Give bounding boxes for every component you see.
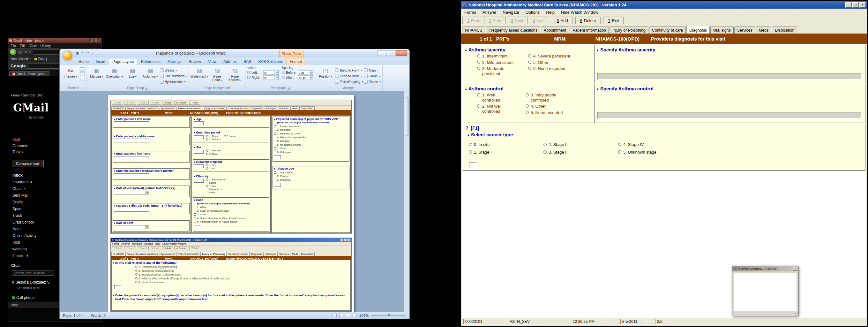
ribbon-button[interactable]: Size bbox=[124, 66, 142, 79]
zoom-level[interactable]: 104% bbox=[359, 314, 369, 318]
minimize-button[interactable]: _ bbox=[88, 39, 92, 42]
print-layout-view-icon[interactable] bbox=[333, 314, 337, 317]
back-button[interactable] bbox=[10, 49, 16, 55]
menu-item[interactable]: History bbox=[40, 44, 51, 48]
office-button[interactable] bbox=[62, 50, 73, 61]
reload-icon[interactable] bbox=[24, 50, 27, 54]
theme-fonts-icon[interactable] bbox=[80, 72, 85, 76]
maximize-button[interactable]: ▢ bbox=[387, 51, 396, 56]
ribbon-tab[interactable]: Mailings bbox=[164, 58, 185, 65]
vertical-scrollbar[interactable] bbox=[404, 91, 409, 312]
ribbon-button[interactable]: Align bbox=[364, 68, 381, 73]
close-icon[interactable] bbox=[793, 267, 797, 271]
radio-option[interactable]: 2. Not well controlled bbox=[477, 104, 513, 114]
tab[interactable]: vital signs bbox=[710, 27, 734, 33]
maximize-button[interactable]: □ bbox=[92, 39, 96, 42]
chat-search-input[interactable] bbox=[12, 270, 54, 275]
menu-item[interactable]: Options bbox=[526, 10, 540, 15]
minimize-button[interactable] bbox=[845, 2, 852, 8]
word-count[interactable]: Words: 0 bbox=[91, 314, 105, 318]
web-layout-view-icon[interactable] bbox=[346, 314, 350, 317]
tab[interactable]: Services bbox=[734, 27, 755, 33]
ribbon-button[interactable]: Group bbox=[364, 73, 381, 79]
radio-option[interactable]: 3. Stage III bbox=[544, 150, 618, 155]
close-button[interactable]: × bbox=[96, 39, 100, 42]
indent-left-input[interactable]: 0" bbox=[263, 70, 275, 75]
ribbon-tab[interactable]: Format bbox=[286, 58, 305, 65]
word-titlebar[interactable]: snapshots of opd.docx - Microsoft Word P… bbox=[60, 49, 409, 58]
tab-gmail[interactable]: Gmail - Inbox - jess... bbox=[9, 71, 50, 76]
ribbon-button[interactable]: Columns bbox=[142, 66, 159, 79]
tab[interactable]: Injury or Poisoning bbox=[610, 27, 648, 33]
cancer-type-input[interactable] bbox=[469, 162, 477, 169]
ribbon-button[interactable]: Text Wrapping bbox=[335, 79, 363, 84]
specify-severity-input[interactable] bbox=[597, 73, 862, 80]
menu-item[interactable]: File bbox=[10, 44, 16, 48]
ribbon-tab[interactable]: References bbox=[137, 58, 164, 65]
watch-titlebar[interactable]: DEP Watch Window - 00020101 bbox=[733, 266, 798, 271]
dialog-launcher-icon[interactable] bbox=[287, 87, 290, 90]
draft-view-icon[interactable] bbox=[352, 314, 357, 317]
nav-mail[interactable]: Mail bbox=[12, 138, 28, 144]
radio-option[interactable]: 4. Other bbox=[526, 104, 563, 109]
home-icon[interactable] bbox=[29, 50, 31, 54]
zoom-slider[interactable] bbox=[371, 315, 406, 316]
qat-dropdown-icon[interactable] bbox=[92, 51, 93, 55]
tab[interactable]: NHAMCS bbox=[462, 27, 485, 33]
ribbon-tab[interactable]: Home bbox=[75, 58, 92, 65]
specify-control-input[interactable] bbox=[597, 112, 862, 119]
watch-list[interactable] bbox=[734, 273, 797, 311]
chat-user[interactable]: Jessica Gonzalez S bbox=[12, 280, 50, 285]
ribbon-tab[interactable]: Review bbox=[185, 58, 205, 65]
spinner[interactable] bbox=[276, 70, 279, 75]
ribbon-tab[interactable]: View bbox=[205, 58, 220, 65]
set-status-link[interactable]: Set status here bbox=[16, 286, 40, 290]
toolbar-button[interactable]: 5Add bbox=[552, 17, 572, 24]
ribbon-button[interactable]: Watermark bbox=[190, 66, 208, 83]
ribbon-tab[interactable]: Insert bbox=[92, 58, 109, 65]
spinner[interactable] bbox=[310, 76, 313, 80]
fullscreen-view-icon[interactable] bbox=[339, 314, 343, 317]
ribbon-button[interactable]: Page Borders bbox=[226, 66, 244, 83]
tab[interactable]: Appointment bbox=[541, 27, 569, 33]
dialog-launcher-icon[interactable] bbox=[145, 87, 148, 90]
most-visited-button[interactable]: Most Visited bbox=[10, 57, 31, 61]
indent-right-input[interactable]: 0" bbox=[263, 76, 275, 80]
theme-effects-icon[interactable] bbox=[80, 77, 85, 81]
forward-button[interactable] bbox=[18, 50, 23, 55]
compose-mail-button[interactable]: Compose mail bbox=[12, 160, 44, 167]
bookmark-item[interactable]: Zoku | bbox=[34, 57, 47, 61]
tab[interactable]: Continuity of care bbox=[649, 27, 686, 33]
save-icon[interactable] bbox=[75, 51, 79, 55]
document-area[interactable]: 1 First2 Prev3 Next4 Last5 Add6 Delete7 … bbox=[60, 91, 409, 312]
ribbon-button[interactable]: Page Color bbox=[208, 66, 226, 83]
tab[interactable]: Disposition bbox=[772, 27, 797, 33]
menu-item[interactable]: View bbox=[29, 44, 37, 48]
menu-item[interactable]: Navigate bbox=[503, 10, 519, 15]
ribbon-button[interactable]: Margins bbox=[88, 66, 105, 79]
minimize-button[interactable]: — bbox=[377, 51, 386, 56]
radio-option[interactable]: 0. In situ bbox=[469, 142, 544, 147]
ribbon-button[interactable]: Bring to Front bbox=[335, 68, 363, 73]
ribbon-button[interactable]: Hyphenation bbox=[160, 79, 187, 84]
radio-option[interactable]: 1. Stage I bbox=[469, 150, 544, 155]
spinner[interactable] bbox=[310, 70, 313, 75]
ribbon-button[interactable]: Rotate bbox=[364, 79, 381, 84]
menu-item[interactable]: Forms bbox=[464, 10, 476, 15]
spacing-after-input[interactable]: 10 pt bbox=[298, 76, 309, 80]
tab[interactable]: Meds bbox=[756, 27, 772, 33]
maximize-button[interactable] bbox=[852, 2, 859, 8]
nhamcs-titlebar[interactable]: National Hospital Ambulatory Medical Car… bbox=[461, 1, 867, 9]
redo-icon[interactable] bbox=[87, 51, 89, 55]
ribbon-button[interactable]: Line Numbers bbox=[160, 73, 187, 79]
radio-option[interactable]: 1. Intermittent bbox=[477, 54, 516, 59]
radio-option[interactable]: 5. Unknown stage bbox=[618, 150, 693, 155]
call-phone-button[interactable]: Call phone bbox=[12, 295, 34, 300]
ribbon-button[interactable]: Orientation bbox=[105, 66, 124, 79]
radio-option[interactable]: 6. None recorded bbox=[528, 66, 576, 71]
nav-contacts[interactable]: Contacts bbox=[12, 144, 28, 150]
radio-option[interactable]: 5. None recorded bbox=[526, 110, 563, 115]
undo-icon[interactable] bbox=[81, 51, 84, 55]
ribbon-tab[interactable]: SAS Solutions bbox=[255, 58, 286, 65]
radio-option[interactable]: 2. Stage II bbox=[544, 142, 618, 147]
